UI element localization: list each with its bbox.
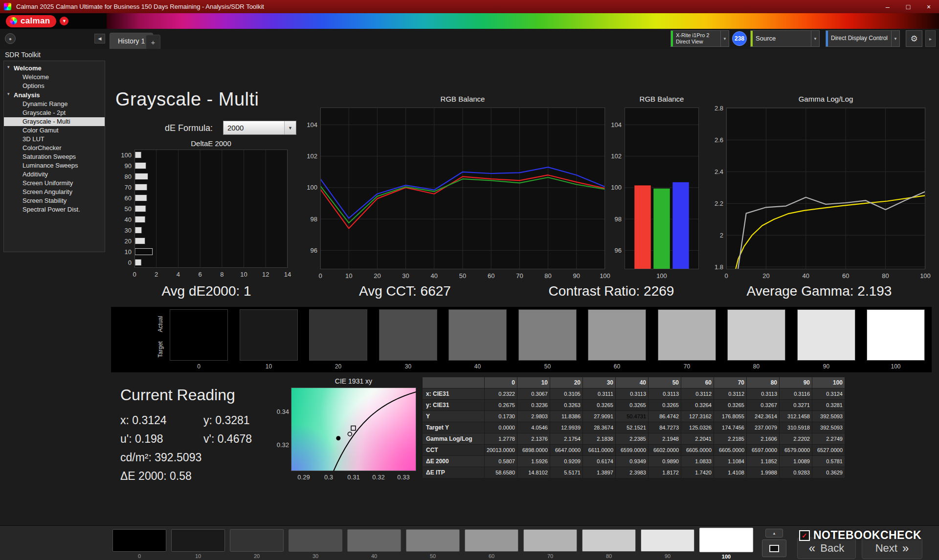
table-column-header: 70	[714, 377, 747, 388]
table-row-e-2000: ΔE 20000.58071.59260.92090.61740.93490.9…	[423, 456, 845, 467]
svg-text:104: 104	[307, 121, 317, 129]
measurement-table-panel: 0102030405060708090100x: CIE310.23220.30…	[422, 377, 845, 478]
sidebar-item-grayscale-multi[interactable]: Grayscale - Multi	[4, 117, 105, 126]
reading-value: y: 0.3281	[203, 414, 250, 427]
pattern-level-100-button[interactable]	[699, 528, 753, 552]
table-cell: 50.4731	[616, 411, 648, 422]
pattern-level-90-button[interactable]	[641, 529, 694, 552]
tree-section-welcome[interactable]: ▾Welcome	[4, 64, 105, 73]
table-cell: 0.3116	[780, 388, 812, 400]
reading-row: cd/m²: 392.5093	[120, 451, 287, 464]
add-tab-button[interactable]: +	[146, 35, 160, 49]
rgb-balance-bar-chart: RGB Balance1041021009896100	[606, 94, 704, 284]
swatch-level-label: 0	[170, 363, 228, 370]
window-title: Calman 2025 Calman Ultimate for Business…	[16, 3, 264, 10]
table-cell: 1.1852	[747, 456, 780, 467]
table-column-header: 30	[583, 377, 616, 388]
svg-text:1.8: 1.8	[715, 263, 723, 271]
row-label: x: CIE31	[423, 388, 485, 400]
sidebar-collapse-button[interactable]: ◀	[94, 34, 105, 43]
cie-x-tick: 0.32	[369, 474, 388, 481]
reading-value: x: 0.3124	[120, 414, 203, 427]
pattern-level-0-button[interactable]	[112, 529, 166, 552]
advanced-toggle-button[interactable]: ▸	[925, 30, 936, 47]
sidebar-item-saturation-sweeps[interactable]: Saturation Sweeps	[4, 152, 105, 161]
session-menu-button[interactable]: ●	[5, 33, 16, 44]
sidebar-item-color-gamut[interactable]: Color Gamut	[4, 126, 105, 135]
sidebar-item-additivity[interactable]: Additivity	[4, 170, 105, 179]
table-cell: 125.0326	[681, 422, 714, 433]
settings-gear-button[interactable]: ⚙	[906, 30, 922, 47]
pattern-cell-100: 100	[699, 526, 753, 560]
svg-text:98: 98	[615, 215, 622, 223]
pattern-popup-button[interactable]: ▴	[765, 529, 783, 538]
sidebar-item-options[interactable]: Options	[4, 82, 105, 90]
sidebar-item-welcome[interactable]: Welcome	[4, 73, 105, 82]
pattern-level-60-button[interactable]	[465, 529, 518, 552]
grayscale-swatch-50: 50	[518, 309, 577, 370]
table-cell: 0.3267	[747, 400, 780, 411]
calman-logo-menu[interactable]: calman ▼	[0, 13, 107, 29]
cie-1931-chart: CIE 1931 xy 0.340.320.290.30.310.320.33	[274, 377, 435, 485]
source-status-stripe	[751, 31, 753, 46]
sidebar-item-screen-uniformity[interactable]: Screen Uniformity	[4, 179, 105, 188]
pattern-level-30-button[interactable]	[289, 529, 342, 552]
table-cell: 6898.0000	[517, 445, 550, 456]
collapse-caret-icon: ▾	[7, 65, 10, 69]
table-cell: 0.3236	[517, 400, 550, 411]
pattern-level-80-button[interactable]	[582, 529, 636, 552]
minimize-button[interactable]: –	[877, 0, 898, 13]
pattern-level-10-button[interactable]	[171, 529, 225, 552]
table-cell: 11.8386	[550, 411, 583, 422]
maximize-button[interactable]: □	[898, 0, 918, 13]
titlebar: Calman 2025 Calman Ultimate for Business…	[0, 0, 939, 13]
meter-name: X-Rite i1Pro 2	[676, 32, 709, 39]
pattern-level-70-button[interactable]	[523, 529, 577, 552]
svg-text:20: 20	[762, 272, 769, 280]
svg-text:40: 40	[431, 272, 438, 280]
meter-dropdown[interactable]: X-Rite i1Pro 2 Direct View ▼	[671, 30, 729, 47]
source-dropdown[interactable]: Source ▼	[750, 30, 820, 47]
grayscale-swatch-70: 70	[658, 309, 716, 370]
pattern-window-button[interactable]	[762, 539, 786, 557]
tree-section-analysis[interactable]: ▾Analysis	[4, 90, 105, 100]
swatch-level-label: 50	[518, 363, 577, 370]
table-cell: 174.7456	[714, 422, 747, 433]
svg-text:14: 14	[284, 271, 291, 278]
sidebar-item-screen-stability[interactable]: Screen Stability	[4, 196, 105, 205]
gamma-chart: Gamma Log/Log0204060801002.82.62.42.221.…	[714, 94, 939, 284]
table-cell: 127.3162	[681, 411, 714, 422]
sidebar-item-grayscale-2pt[interactable]: Grayscale - 2pt	[4, 108, 105, 117]
pattern-level-50-button[interactable]	[406, 529, 460, 552]
swatch-patch	[240, 309, 298, 361]
svg-text:0: 0	[128, 259, 132, 266]
workflow-tree: ▾WelcomeWelcomeOptions▾AnalysisDynamic R…	[3, 61, 105, 252]
table-cell: 2.2749	[812, 433, 845, 445]
table-cell: 0.0000	[485, 422, 517, 433]
sidebar-item-3d-lut[interactable]: 3D LUT	[4, 135, 105, 144]
table-cell: 0.3124	[812, 388, 845, 400]
sidebar-item-spectral-power-dist[interactable]: Spectral Power Dist.	[4, 205, 105, 214]
de-formula-select[interactable]: 2000 ▼	[223, 121, 296, 135]
swatch-patch	[379, 309, 437, 361]
sidebar-item-colorchecker[interactable]: ColorChecker	[4, 144, 105, 152]
svg-text:102: 102	[611, 152, 622, 160]
table-cell: 1.0833	[681, 456, 714, 467]
pattern-level-40-button[interactable]	[347, 529, 401, 552]
toolbar: ● ◀ History 1 + X-Rite i1Pro 2 Direct Vi…	[0, 29, 939, 49]
sidebar-item-screen-angularity[interactable]: Screen Angularity	[4, 188, 105, 196]
table-column-header: 50	[648, 377, 681, 388]
calman-window: Calman 2025 Calman Ultimate for Business…	[0, 0, 939, 560]
table-column-header: 90	[780, 377, 812, 388]
pattern-level-20-button[interactable]	[230, 529, 284, 552]
sidebar-item-dynamic-range[interactable]: Dynamic Range	[4, 100, 105, 108]
cie-chart-title: CIE 1931 xy	[283, 377, 425, 385]
display-control-dropdown[interactable]: Direct Display Control ▼	[826, 30, 900, 47]
table-cell: 2.2202	[780, 433, 812, 445]
svg-text:70: 70	[516, 272, 523, 280]
notebookcheck-watermark: ✓ NOTEBOOKCHECK	[799, 529, 921, 542]
sidebar-item-luminance-sweeps[interactable]: Luminance Sweeps	[4, 161, 105, 170]
avg-de-stat: Avg dE2000: 1	[128, 283, 285, 299]
close-button[interactable]: ×	[918, 0, 939, 13]
back-label: Back	[820, 542, 844, 555]
